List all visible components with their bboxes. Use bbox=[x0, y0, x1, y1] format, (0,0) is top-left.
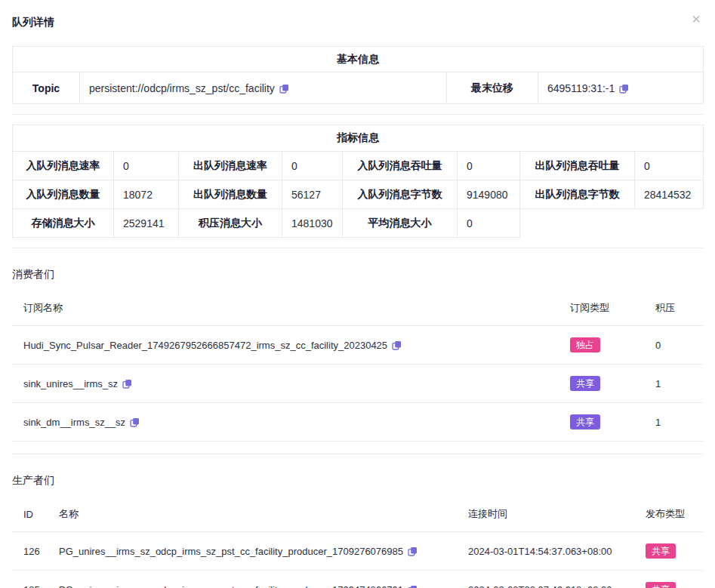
producer-name: PG_unires__irms_sz_odcp_irms_sz_pst_cc_f… bbox=[59, 584, 403, 588]
metrics-row: 入队列消息数量 18072 出队列消息数量 56127 入队列消息字节数 914… bbox=[13, 180, 704, 209]
producer-id-cell: 185 bbox=[12, 571, 48, 588]
subscription-name: sink_unires__irms_sz bbox=[23, 378, 118, 389]
metric-label: 积压消息大小 bbox=[179, 209, 282, 238]
copy-icon[interactable] bbox=[408, 585, 418, 588]
topic-label: Topic bbox=[13, 72, 80, 104]
metric-value: 1481030 bbox=[282, 209, 343, 238]
divider bbox=[12, 454, 703, 454]
copy-icon[interactable] bbox=[392, 340, 402, 350]
basic-info-section-header: 基本信息 bbox=[13, 47, 704, 72]
metric-value: 56127 bbox=[282, 180, 343, 209]
metric-label: 入队列消息字节数 bbox=[343, 180, 458, 209]
table-row: Hudi_Sync_Pulsar_Reader_1749267952666857… bbox=[12, 326, 703, 365]
metric-value: 28414532 bbox=[635, 180, 704, 209]
metric-value: 9149080 bbox=[458, 180, 520, 209]
metric-label: 平均消息大小 bbox=[343, 209, 458, 238]
page-title: 队列详情 bbox=[12, 0, 703, 29]
producers-section-title: 生产者们 bbox=[12, 474, 703, 488]
copy-icon[interactable] bbox=[279, 84, 289, 94]
publish-type-badge: 共享 bbox=[646, 582, 676, 588]
metric-value: 0 bbox=[282, 152, 343, 180]
publish-type-cell: 共享 bbox=[634, 571, 703, 588]
producer-name: PG_unires__irms_sz_odcp_irms_sz_pst_cc_f… bbox=[59, 546, 403, 557]
metric-label: 出队列消息吞吐量 bbox=[520, 152, 635, 180]
column-id: ID bbox=[12, 497, 48, 532]
subscription-type-badge: 独占 bbox=[570, 337, 600, 352]
metric-label: 入队列消息数量 bbox=[13, 180, 114, 209]
producer-name-cell: PG_unires__irms_sz_odcp_irms_sz_pst_cc_f… bbox=[48, 532, 457, 571]
subscription-name: Hudi_Sync_Pulsar_Reader_1749267952666857… bbox=[23, 340, 387, 351]
consumers-section-title: 消费者们 bbox=[12, 268, 703, 282]
last-offset-value-cell: 6495119:31:-1 bbox=[538, 72, 704, 104]
consumers-header-row: 订阅名称 订阅类型 积压 bbox=[12, 291, 703, 326]
metrics-row: 存储消息大小 2529141 积压消息大小 1481030 平均消息大小 0 bbox=[13, 209, 704, 238]
subscription-type-cell: 共享 bbox=[559, 403, 644, 442]
copy-icon[interactable] bbox=[619, 84, 629, 94]
table-row: 126 PG_unires__irms_sz_odcp_irms_sz_pst_… bbox=[12, 532, 703, 571]
column-subscription-name: 订阅名称 bbox=[12, 291, 559, 326]
last-offset-label: 最末位移 bbox=[447, 72, 538, 104]
basic-info-table: 基本信息 Topic persistent://odcp/irms_sz_pst… bbox=[12, 46, 704, 104]
last-offset-value: 6495119:31:-1 bbox=[547, 82, 615, 94]
basic-info-row: Topic persistent://odcp/irms_sz_pst/cc_f… bbox=[13, 72, 704, 104]
backlog-cell: 0 bbox=[644, 326, 703, 365]
queue-detail-dialog: 队列详情 基本信息 Topic persistent://odcp/irms_s… bbox=[0, 0, 715, 588]
connect-time-cell: 2024-03-01T14:54:37.063+08:00 bbox=[457, 532, 634, 571]
copy-icon[interactable] bbox=[130, 417, 140, 427]
topic-value: persistent://odcp/irms_sz_pst/cc_facilit… bbox=[89, 82, 275, 94]
column-connect-time: 连接时间 bbox=[457, 497, 634, 532]
metrics-row: 入队列消息速率 0 出队列消息速率 0 入队列消息吞吐量 0 出队列消息吞吐量 … bbox=[13, 152, 704, 180]
subscription-name-cell: Hudi_Sync_Pulsar_Reader_1749267952666857… bbox=[12, 326, 559, 365]
metric-value: 0 bbox=[458, 152, 520, 180]
subscription-type-cell: 独占 bbox=[559, 326, 644, 365]
producer-name-cell: PG_unires__irms_sz_odcp_irms_sz_pst_cc_f… bbox=[48, 571, 457, 588]
empty-cell bbox=[520, 209, 704, 238]
column-publish-type: 发布类型 bbox=[634, 497, 703, 532]
topic-value-cell: persistent://odcp/irms_sz_pst/cc_facilit… bbox=[80, 72, 447, 104]
copy-icon[interactable] bbox=[408, 546, 418, 556]
close-icon[interactable]: × bbox=[688, 11, 704, 27]
table-row: sink_unires__irms_sz 共享 1 bbox=[12, 365, 703, 403]
subscription-name: sink_dm__irms_sz__sz bbox=[23, 417, 125, 428]
metric-label: 出队列消息字节数 bbox=[520, 180, 635, 209]
divider bbox=[12, 248, 703, 248]
metrics-section-header: 指标信息 bbox=[13, 125, 704, 152]
backlog-cell: 1 bbox=[644, 403, 703, 442]
subscription-type-cell: 共享 bbox=[559, 365, 644, 403]
table-row: sink_dm__irms_sz__sz 共享 1 bbox=[12, 403, 703, 442]
column-name: 名称 bbox=[48, 497, 457, 532]
metric-value: 0 bbox=[458, 209, 520, 238]
metric-label: 出队列消息数量 bbox=[179, 180, 282, 209]
subscription-name-cell: sink_dm__irms_sz__sz bbox=[12, 403, 559, 442]
backlog-cell: 1 bbox=[644, 365, 703, 403]
metric-label: 出队列消息速率 bbox=[179, 152, 282, 180]
metric-label: 入队列消息吞吐量 bbox=[343, 152, 458, 180]
metric-label: 存储消息大小 bbox=[13, 209, 114, 238]
publish-type-badge: 共享 bbox=[646, 543, 676, 559]
subscription-type-badge: 共享 bbox=[570, 376, 600, 391]
table-row: 185 PG_unires__irms_sz_odcp_irms_sz_pst_… bbox=[12, 571, 703, 588]
metric-label: 入队列消息速率 bbox=[13, 152, 114, 180]
divider bbox=[12, 114, 703, 115]
metric-value: 18072 bbox=[114, 180, 179, 209]
publish-type-cell: 共享 bbox=[634, 532, 703, 571]
producers-table: ID 名称 连接时间 发布类型 126 PG_unires__irms_sz_o… bbox=[12, 497, 703, 588]
metric-value: 2529141 bbox=[114, 209, 179, 238]
consumers-table: 订阅名称 订阅类型 积压 Hudi_Sync_Pulsar_Reader_174… bbox=[12, 291, 703, 442]
subscription-type-badge: 共享 bbox=[570, 414, 600, 429]
metric-value: 0 bbox=[635, 152, 704, 180]
producer-id-cell: 126 bbox=[12, 532, 48, 571]
metrics-table: 指标信息 入队列消息速率 0 出队列消息速率 0 入队列消息吞吐量 0 出队列消… bbox=[12, 125, 704, 238]
producers-header-row: ID 名称 连接时间 发布类型 bbox=[12, 497, 703, 532]
connect-time-cell: 2024-03-03T22:07:46.918+08:00 bbox=[457, 571, 634, 588]
metric-value: 0 bbox=[114, 152, 179, 180]
subscription-name-cell: sink_unires__irms_sz bbox=[12, 365, 559, 403]
copy-icon[interactable] bbox=[122, 379, 132, 389]
column-backlog: 积压 bbox=[644, 291, 703, 326]
column-subscription-type: 订阅类型 bbox=[559, 291, 644, 326]
